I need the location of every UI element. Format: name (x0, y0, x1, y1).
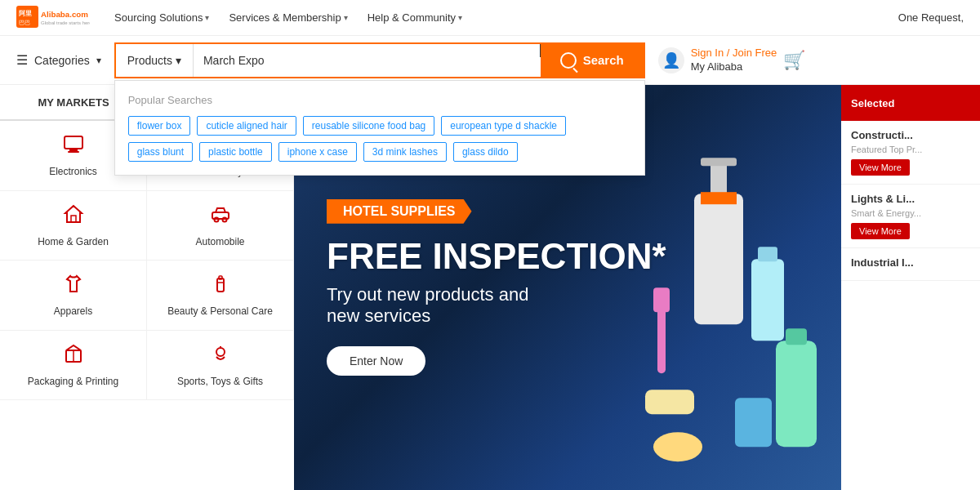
svg-rect-6 (69, 149, 78, 151)
user-area: 👤 Sign In / Join Free My Alibaba 🛒 (658, 47, 806, 74)
right-panel-sub-0: Featured Top Pr... (851, 145, 970, 154)
user-avatar-icon: 👤 (658, 47, 684, 74)
cart-icon[interactable]: 🛒 (783, 50, 805, 71)
right-panel-title-0: Constructi... (851, 129, 970, 141)
svg-rect-14 (71, 216, 76, 222)
right-panel: Selected Constructi... Featured Top Pr..… (841, 85, 980, 490)
electronics-label: Electronics (49, 166, 97, 179)
right-panel-item-0: Constructi... Featured Top Pr... View Mo… (841, 121, 980, 185)
svg-rect-18 (217, 278, 224, 292)
home-garden-label: Home & Garden (38, 236, 109, 249)
svg-rect-36 (735, 398, 772, 447)
tag-glass-blunt[interactable]: glass blunt (128, 142, 193, 162)
automobile-icon (209, 203, 232, 231)
sidebar-item-apparels[interactable]: Apparels (0, 261, 147, 331)
beauty-personal-care-icon (209, 272, 232, 301)
apparels-label: Apparels (54, 305, 92, 318)
view-more-button-1[interactable]: View More (851, 223, 910, 239)
svg-text:阿里: 阿里 (19, 10, 32, 17)
tag-iphone-x-case[interactable]: iphone x case (278, 142, 357, 162)
sign-in-text: Sign In / Join Free My Alibaba (691, 47, 777, 74)
chevron-down-icon: ▾ (96, 55, 101, 66)
svg-text:巴巴: 巴巴 (19, 19, 30, 24)
hamburger-icon: ☰ (16, 52, 28, 68)
services-membership-link[interactable]: Services & Membership ▾ (229, 11, 347, 24)
svg-rect-32 (653, 287, 670, 312)
top-nav: 阿里 巴巴 Alibaba.com Global trade starts he… (0, 0, 980, 36)
packaging-printing-label: Packaging & Printing (28, 376, 118, 389)
svg-rect-34 (776, 341, 817, 447)
sidebar-item-automobile[interactable]: Automobile (147, 191, 294, 261)
svg-rect-35 (786, 328, 807, 345)
sidebar-item-beauty-personal-care[interactable]: Beauty & Personal Care (147, 261, 294, 331)
svg-point-23 (216, 348, 225, 356)
sign-in-link[interactable]: Sign In (691, 47, 724, 59)
chevron-icon: ▾ (458, 13, 462, 22)
search-dropdown: Popular Searches flower box cuticle alig… (114, 80, 645, 176)
sidebar-item-home-garden[interactable]: Home & Garden (0, 191, 147, 261)
logo-area: 阿里 巴巴 Alibaba.com Global trade starts he… (16, 3, 90, 33)
apparels-icon (62, 272, 85, 301)
search-bar-row: ☰ Categories ▾ Products ▾ Search Popular… (0, 36, 980, 85)
sidebar-item-sports-toys-gifts[interactable]: Sports, Toys & Gifts (147, 331, 294, 401)
right-panel-title-1: Lights & Li... (851, 193, 970, 205)
tag-european-type-d-shackle[interactable]: european type d shackle (441, 116, 566, 136)
beauty-personal-care-label: Beauty & Personal Care (167, 305, 273, 318)
top-nav-right: One Request, (898, 11, 964, 24)
automobile-label: Automobile (195, 236, 244, 249)
svg-rect-28 (701, 192, 737, 204)
tag-cuticle-aligned-hair[interactable]: cuticle aligned hair (197, 116, 296, 136)
search-input[interactable] (194, 44, 539, 77)
view-more-button-0[interactable]: View More (851, 159, 910, 176)
banner-products-illustration (612, 126, 841, 490)
right-panel-item-2: Industrial I... (841, 248, 980, 281)
svg-marker-13 (65, 206, 82, 222)
enter-now-button[interactable]: Enter Now (327, 346, 425, 376)
svg-rect-29 (751, 259, 784, 341)
right-panel-header: Selected (841, 85, 980, 121)
home-garden-icon (62, 203, 85, 231)
search-container: Products ▾ Search Popular Searches flowe… (114, 42, 645, 78)
svg-point-37 (653, 432, 702, 461)
tag-plastic-bottle[interactable]: plastic bottle (199, 142, 272, 162)
search-box: Products ▾ Search (114, 42, 645, 78)
my-alibaba-link[interactable]: My Alibaba (691, 60, 777, 74)
sidebar-item-packaging-printing[interactable]: Packaging & Printing (0, 331, 147, 401)
hotel-tag: HOTEL SUPPLIES (327, 199, 472, 224)
chevron-icon: ▾ (344, 13, 348, 22)
search-type-button[interactable]: Products ▾ (116, 44, 194, 77)
sports-toys-gifts-label: Sports, Toys & Gifts (177, 376, 263, 389)
search-icon (560, 52, 577, 69)
categories-button[interactable]: ☰ Categories ▾ (16, 52, 101, 68)
svg-rect-33 (645, 390, 694, 414)
sports-toys-gifts-icon (209, 342, 232, 371)
electronics-icon (62, 132, 85, 161)
svg-text:Alibaba.com: Alibaba.com (41, 9, 88, 18)
svg-rect-7 (68, 151, 79, 153)
tag-reusable-silicone-food-bag[interactable]: reusable silicone food bag (303, 116, 434, 136)
help-community-link[interactable]: Help & Community ▾ (368, 11, 462, 24)
sourcing-solutions-link[interactable]: Sourcing Solutions ▾ (114, 11, 209, 24)
popular-tags: flower box cuticle aligned hair reusable… (128, 116, 631, 162)
search-button[interactable]: Search (541, 44, 644, 77)
svg-rect-5 (65, 136, 82, 149)
top-nav-links: Sourcing Solutions ▾ Services & Membersh… (114, 11, 898, 24)
tag-glass-dildo[interactable]: glass dildo (453, 142, 518, 162)
right-panel-sub-1: Smart & Energy... (851, 208, 970, 218)
svg-text:Global trade starts here.: Global trade starts here. (41, 20, 90, 24)
packaging-printing-icon (62, 342, 85, 371)
tag-3d-mink-lashes[interactable]: 3d mink lashes (363, 142, 447, 162)
svg-rect-30 (758, 247, 777, 261)
svg-rect-25 (694, 194, 743, 324)
popular-searches-label: Popular Searches (128, 94, 631, 106)
tag-flower-box[interactable]: flower box (128, 116, 191, 136)
right-panel-title-2: Industrial I... (851, 256, 970, 269)
right-panel-item-1: Lights & Li... Smart & Energy... View Mo… (841, 185, 980, 248)
chevron-icon: ▾ (205, 13, 209, 22)
join-free-link[interactable]: Join Free (733, 47, 777, 59)
svg-rect-27 (701, 158, 737, 166)
chevron-down-icon: ▾ (176, 54, 181, 67)
